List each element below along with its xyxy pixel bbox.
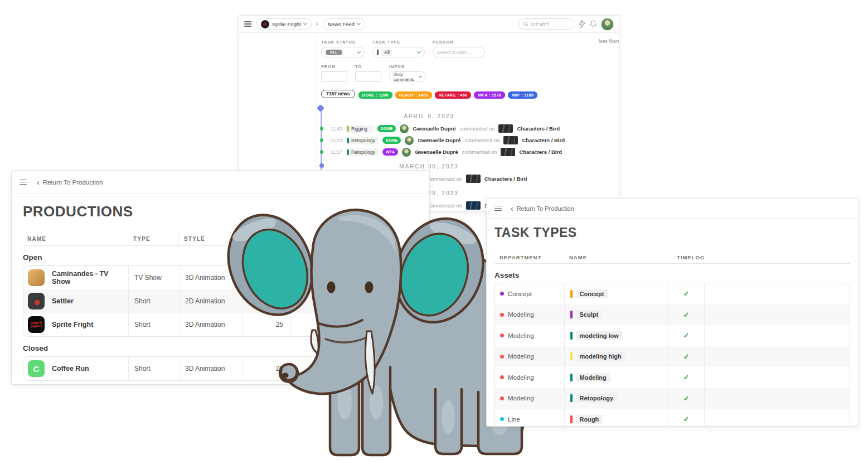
page-title: TASK TYPES xyxy=(494,225,850,240)
news-time: 11:17 xyxy=(331,149,342,155)
timeline-dot xyxy=(320,150,324,154)
production-logo-icon xyxy=(261,20,269,28)
task-type-row[interactable]: Modeling Sculpt ✓ xyxy=(495,304,850,326)
from-label: FROM xyxy=(321,64,347,69)
column-header-timelog: TIMELOG xyxy=(667,254,704,260)
action-text: commented on xyxy=(465,137,500,143)
stat-badge[interactable]: WIP : 1185 xyxy=(508,91,537,99)
infos-select[interactable]: Only comments xyxy=(389,71,426,82)
production-select[interactable]: Sprite Fright xyxy=(256,18,312,30)
avatar xyxy=(400,124,409,133)
infos-label: INFOS xyxy=(389,64,426,69)
stat-badge[interactable]: WFA : 1578 xyxy=(474,91,505,99)
production-thumbnail: SPRITE FRIGHT xyxy=(28,316,45,333)
page-select[interactable]: News Feed xyxy=(323,18,365,30)
to-input[interactable] xyxy=(355,71,381,82)
avatar xyxy=(402,148,411,157)
preview-thumbnail xyxy=(498,124,513,133)
task-color-bar xyxy=(347,126,349,132)
lightning-icon[interactable] xyxy=(579,20,585,28)
bell-icon[interactable] xyxy=(590,20,597,28)
production-name: Caminandes - TV Show xyxy=(52,270,128,286)
task-type-name: Concept xyxy=(576,289,608,298)
production-name: Sprite Fright xyxy=(52,321,93,328)
news-item[interactable]: 11:23 Retopology DONE Gwenaelle Dupré co… xyxy=(239,134,619,146)
hamburger-icon[interactable] xyxy=(494,206,502,211)
check-icon: ✓ xyxy=(683,311,690,319)
hamburger-icon[interactable] xyxy=(20,180,27,185)
task-color-bar xyxy=(347,149,349,155)
timeline-date-dot xyxy=(319,163,324,168)
target-name[interactable]: Characters / Bird xyxy=(517,125,560,132)
timeline-dot xyxy=(320,127,324,130)
column-header-type: TYPE xyxy=(128,233,178,245)
task-type-name: Rough xyxy=(576,415,603,424)
news-time: 11:42 xyxy=(331,126,342,132)
task-color-bar xyxy=(570,394,573,402)
productions-topbar: ‹ Return To Production xyxy=(12,171,429,194)
task-color-bar xyxy=(570,374,573,381)
task-type-row[interactable]: Modeling modeling high ✓ xyxy=(495,346,850,367)
avatar[interactable] xyxy=(601,18,614,31)
return-to-production-link[interactable]: ‹ Return To Production xyxy=(511,205,574,212)
task-types-table: Concept Concept ✓ Modeling Sculpt ✓ Mode… xyxy=(494,283,850,427)
task-type-row[interactable]: Concept Concept ✓ xyxy=(495,283,850,304)
stat-badge[interactable]: READY : 1429 xyxy=(395,91,432,99)
return-to-production-link[interactable]: ‹ Return To Production xyxy=(37,178,103,186)
task-type-name: modeling high xyxy=(576,352,625,361)
news-topbar: Sprite Fright › News Feed ctrl+alt+f xyxy=(239,16,619,33)
department-dot xyxy=(500,292,504,296)
filters-row-1: TASK STATUS ALL TASK TYPE All PERSON Sel… xyxy=(321,40,488,57)
news-item[interactable]: 11:42 Rigging DONE Gwenaelle Dupré comme… xyxy=(239,123,619,134)
from-input[interactable] xyxy=(321,71,347,82)
task-status-label: TASK STATUS xyxy=(321,40,365,45)
task-color-bar xyxy=(570,290,573,298)
department-dot xyxy=(500,333,504,337)
task-status-select[interactable]: ALL xyxy=(321,47,365,57)
task-type-row[interactable]: Modeling Retopology ✓ xyxy=(495,388,850,409)
filters-links[interactable]: less filters - hide stats xyxy=(599,38,619,44)
column-header-name: NAME xyxy=(564,254,667,260)
hamburger-icon[interactable] xyxy=(244,21,251,27)
check-icon: ✓ xyxy=(683,394,690,403)
target-name[interactable]: Characters / Bird xyxy=(522,137,565,143)
infos-filter: INFOS Only comments xyxy=(389,64,426,82)
breadcrumb-separator: › xyxy=(316,20,318,28)
section-label: Assets xyxy=(494,271,850,279)
target-name[interactable]: Characters / Bird xyxy=(484,176,527,182)
person-filter: PERSON Select a user... xyxy=(433,40,485,57)
search-input[interactable]: ctrl+alt+f xyxy=(518,18,574,30)
production-thumbnail xyxy=(28,293,45,309)
elephant-eye xyxy=(365,282,374,293)
status-pill: WFA xyxy=(382,148,398,156)
task-type-chip: Rigging xyxy=(346,125,374,133)
stat-badge[interactable]: RETAKE : 460 xyxy=(435,91,472,99)
task-type-row[interactable]: Modeling modeling low ✓ xyxy=(495,325,850,346)
task-type-name: Rigging xyxy=(351,126,367,132)
person-label: PERSON xyxy=(433,40,485,45)
task-type-row[interactable]: Modeling Modeling ✓ xyxy=(495,367,850,388)
news-total-pill[interactable]: 7167 news xyxy=(321,90,355,98)
stat-badge[interactable]: DONE : 1206 xyxy=(358,91,392,99)
timeline-dot xyxy=(320,138,324,142)
task-type-select[interactable]: All xyxy=(372,47,425,57)
task-color-bar xyxy=(570,332,573,340)
department-dot xyxy=(500,396,504,400)
news-item[interactable]: 11:17 Retopology WFA Gwenaelle Dupré com… xyxy=(239,146,619,158)
task-type-name: Modeling xyxy=(576,373,610,382)
chevron-down-icon xyxy=(357,49,361,53)
task-type-name: Sculpt xyxy=(576,310,603,319)
avatar xyxy=(405,136,414,145)
person-input[interactable]: Select a user... xyxy=(433,47,485,57)
action-text: commented on xyxy=(427,176,462,182)
production-thumbnail: C xyxy=(28,360,45,377)
production-type: Short xyxy=(128,313,179,336)
chevron-down-icon xyxy=(303,21,307,25)
department-dot xyxy=(500,417,504,421)
target-name[interactable]: Characters / Bird xyxy=(519,149,562,155)
stats-row: 7167 news DONE : 1206READY : 1429RETAKE … xyxy=(321,89,619,99)
task-color-bar xyxy=(347,138,349,143)
task-status-filter: TASK STATUS ALL xyxy=(321,40,365,57)
task-type-row[interactable]: Line Rough ✓ xyxy=(495,409,850,427)
news-time: 11:23 xyxy=(331,138,342,143)
